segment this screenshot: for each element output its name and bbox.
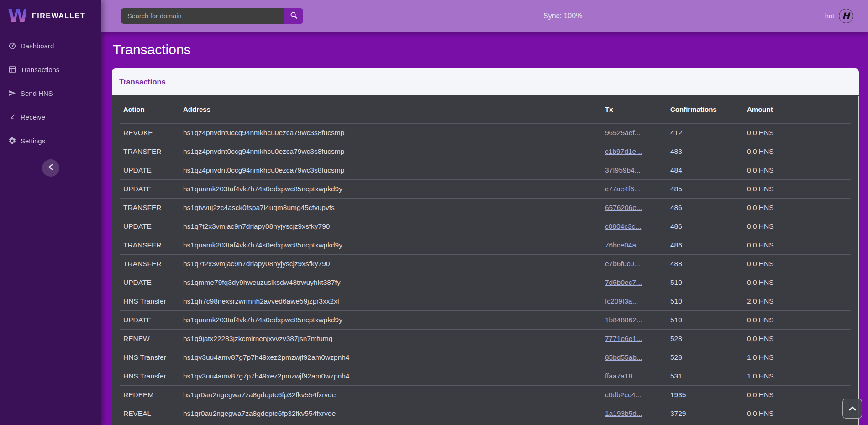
sidebar-item-label: Send HNS [21,89,53,97]
confirmations-cell: 486 [667,236,743,254]
tx-link[interactable]: e7b6f0c0... [605,260,640,268]
card-header: Transactions [112,68,859,95]
table-row: HNS Transferhs1qv3uu4amv87g7p7h49xez2pmz… [120,367,851,385]
svg-text:H: H [842,10,851,21]
tx-link[interactable]: ffaa7a18... [605,372,638,380]
sidebar-item-transactions[interactable]: Transactions [0,58,101,81]
wallet-indicator: hot H [825,0,853,32]
tx-link[interactable]: c1b97d1e... [605,147,642,155]
table-row: REVOKEhs1qz4pnvdnt0ccg94nmkhcu0ezca79wc3… [120,123,851,142]
table-header-row: Action Address Tx Confirmations Amount [120,95,851,123]
action-cell: REDEEM [120,385,179,404]
tx-link[interactable]: 7771e6e1... [605,335,642,342]
tx-cell: 85bd55ab... [601,348,667,367]
action-cell: TRANSFER [120,198,179,217]
sync-status: Sync: 100% [543,0,582,32]
address-cell: hs1q7t2x3vmjac9n7drlapy08nyjyscjz9xsfky7… [179,254,601,273]
tx-cell: 76bce04a... [601,236,667,254]
address-cell: hs1qz4pnvdnt0ccg94nmkhcu0ezca79wc3s8fucs… [179,123,601,142]
scroll-to-top-button[interactable] [842,399,862,419]
amount-cell: 0.0 HNS [743,179,851,198]
firewallet-w-icon: W [8,5,26,27]
column-header-address: Address [179,95,601,123]
tx-cell: 7d5b0ec7... [601,273,667,292]
wallet-name-label: hot [825,12,834,20]
table-row: REDEEMhs1qr0au2ngegwa7za8gdeptc6fp32fkv5… [120,385,851,404]
address-cell: hs1qmme79fq3dy9hweuzuslksdw48trwuyhkt387… [179,273,601,292]
confirmations-cell: 486 [667,198,743,217]
tx-link[interactable]: 7d5b0ec7... [605,278,642,286]
table-row: UPDATEhs1qz4pnvdnt0ccg94nmkhcu0ezca79wc3… [120,161,851,179]
search-button[interactable] [284,8,303,24]
action-cell: TRANSFER [120,142,179,161]
action-cell: REVOKE [120,123,179,142]
confirmations-cell: 485 [667,179,743,198]
search-icon [290,11,298,21]
sidebar-item-receive[interactable]: Receive [0,105,101,129]
tx-cell: 1a193b5d... [601,404,667,423]
tx-cell: 37f959b4... [601,161,667,179]
sidebar-item-settings[interactable]: Settings [0,129,101,152]
address-cell: hs1quamk203taf4vk7h74s0edxpwc85ncptxwpkd… [179,179,601,198]
tx-link[interactable]: 1a193b5d... [605,409,642,417]
receive-arrow-icon [8,113,16,121]
tx-cell: c0db2cc4... [601,385,667,404]
tx-cell: c77ae4f6... [601,179,667,198]
confirmations-cell: 484 [667,161,743,179]
confirmations-cell: 488 [667,254,743,273]
address-cell: hs1qz4pnvdnt0ccg94nmkhcu0ezca79wc3s8fucs… [179,161,601,179]
sidebar-item-send-hns[interactable]: Send HNS [0,81,101,105]
tx-link[interactable]: c77ae4f6... [605,185,640,193]
tx-link[interactable]: 76bce04a... [605,241,642,249]
amount-cell: 2.0 HNS [743,292,851,310]
handshake-logo-icon[interactable]: H [839,9,853,23]
amount-cell: 0.0 HNS [743,123,851,142]
action-cell: UPDATE [120,179,179,198]
tx-cell: 1b848862... [601,310,667,329]
table-row: TRANSFERhs1q7t2x3vmjac9n7drlapy08nyjyscj… [120,254,851,273]
brand: W FIREWALLET [0,0,101,32]
tx-cell: 6576206e... [601,198,667,217]
tx-link[interactable]: 96525aef... [605,129,641,136]
table-row: UPDATEhs1quamk203taf4vk7h74s0edxpwc85ncp… [120,310,851,329]
transactions-card: Transactions Action Address Tx Confirmat… [112,68,859,425]
confirmations-cell: 3729 [667,404,743,423]
tx-link[interactable]: 6576206e... [605,204,642,211]
table-row: UPDATEhs1quamk203taf4vk7h74s0edxpwc85ncp… [120,179,851,198]
tx-link[interactable]: fc209f3a... [605,297,638,305]
chevron-left-icon [48,164,53,172]
address-cell: hs1qr0au2ngegwa7za8gdeptc6fp32fkv554fxrv… [179,404,601,423]
tx-link[interactable]: 1b848862... [605,316,642,324]
tx-link[interactable]: 37f959b4... [605,166,641,174]
confirmations-cell: 510 [667,310,743,329]
amount-cell: 0.0 HNS [743,329,851,348]
confirmations-cell: 528 [667,348,743,367]
column-header-amount: Amount [743,95,851,123]
address-cell: hs1qtvvuj2zc4asck0fspa7l4uqm8umg45cfvupv… [179,198,601,217]
search-input[interactable] [121,8,284,24]
address-cell: hs1quamk203taf4vk7h74s0edxpwc85ncptxwpkd… [179,236,601,254]
tx-cell: c1b97d1e... [601,142,667,161]
amount-cell: 0.0 HNS [743,142,851,161]
sidebar-item-label: Settings [21,137,45,145]
tx-link[interactable]: 85bd55ab... [605,353,642,361]
action-cell: UPDATE [120,217,179,236]
tx-link[interactable]: c0db2cc4... [605,391,641,399]
tx-link[interactable]: c0804c3c... [605,222,641,230]
scrollbar-thumb[interactable] [858,96,859,425]
tx-cell: fc209f3a... [601,292,667,310]
tx-cell: e7b6f0c0... [601,254,667,273]
address-cell: hs1qz4pnvdnt0ccg94nmkhcu0ezca79wc3s8fucs… [179,142,601,161]
domain-search [121,8,303,24]
amount-cell: 0.0 HNS [743,198,851,217]
amount-cell: 0.0 HNS [743,217,851,236]
tx-cell: c0804c3c... [601,217,667,236]
brand-name: FIREWALLET [32,12,85,20]
confirmations-cell: 1935 [667,385,743,404]
table-row: HNS Transferhs1qh7c98nexsrzwrmnh2avved6a… [120,292,851,310]
column-header-action: Action [120,95,179,123]
transactions-table-container: Action Address Tx Confirmations Amount R… [112,95,859,425]
sidebar-item-dashboard[interactable]: Dashboard [0,34,101,58]
amount-cell: 0.0 HNS [743,254,851,273]
sidebar-collapse-button[interactable] [42,159,59,177]
